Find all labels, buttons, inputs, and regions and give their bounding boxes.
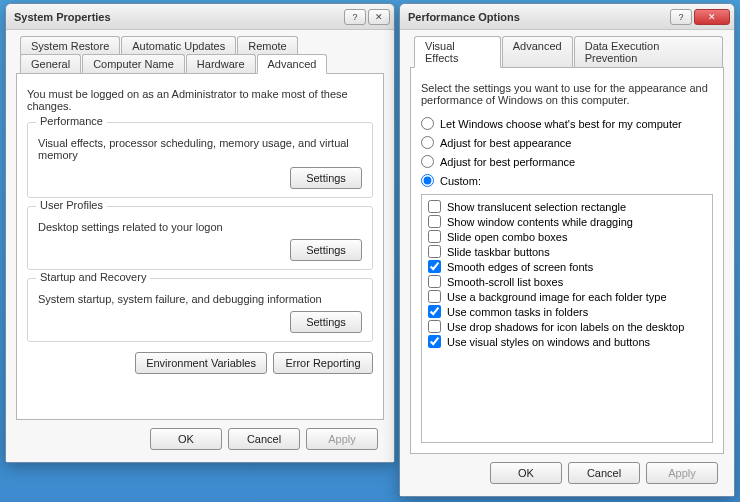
effect-checkbox[interactable] (428, 260, 441, 273)
ok-button[interactable]: OK (150, 428, 222, 450)
tab-system-restore[interactable]: System Restore (20, 36, 120, 55)
window-title: Performance Options (408, 11, 670, 23)
radio-input[interactable] (421, 117, 434, 130)
effect-check-row[interactable]: Show window contents while dragging (428, 214, 706, 229)
tab-computer-name[interactable]: Computer Name (82, 54, 185, 74)
startup-settings-button[interactable]: Settings (290, 311, 362, 333)
effect-check-row[interactable]: Slide taskbar buttons (428, 244, 706, 259)
effect-checkbox[interactable] (428, 245, 441, 258)
effect-checkbox[interactable] (428, 275, 441, 288)
effect-label: Show translucent selection rectangle (447, 201, 626, 213)
intro-text: Select the settings you want to use for … (421, 82, 713, 106)
window-body: Visual Effects Advanced Data Execution P… (400, 30, 734, 496)
effect-label: Show window contents while dragging (447, 216, 633, 228)
radio-label: Adjust for best appearance (440, 137, 571, 149)
tab-advanced[interactable]: Advanced (502, 36, 573, 68)
radio-let-windows-choose[interactable]: Let Windows choose what's best for my co… (421, 117, 713, 130)
tab-visual-effects[interactable]: Visual Effects (414, 36, 501, 68)
cancel-button[interactable]: Cancel (568, 462, 640, 484)
group-legend: Performance (36, 115, 107, 127)
titlebar[interactable]: System Properties ? ✕ (6, 4, 394, 30)
tab-advanced[interactable]: Advanced (257, 54, 328, 74)
group-desc: Desktop settings related to your logon (38, 221, 362, 233)
radio-label: Adjust for best performance (440, 156, 575, 168)
effect-label: Use drop shadows for icon labels on the … (447, 321, 684, 333)
effect-checkbox[interactable] (428, 320, 441, 333)
group-legend: Startup and Recovery (36, 271, 150, 283)
apply-button[interactable]: Apply (646, 462, 718, 484)
radio-input[interactable] (421, 136, 434, 149)
radio-label: Custom: (440, 175, 481, 187)
radio-best-performance[interactable]: Adjust for best performance (421, 155, 713, 168)
tab-row-1: System Restore Automatic Updates Remote (16, 36, 384, 55)
effect-label: Use a background image for each folder t… (447, 291, 667, 303)
effect-check-row[interactable]: Use a background image for each folder t… (428, 289, 706, 304)
performance-options-window: Performance Options ? ✕ Visual Effects A… (399, 3, 735, 497)
tab-hardware[interactable]: Hardware (186, 54, 256, 74)
effect-label: Slide taskbar buttons (447, 246, 550, 258)
tab-panel-advanced: You must be logged on as an Administrato… (16, 73, 384, 420)
radio-custom[interactable]: Custom: (421, 174, 713, 187)
effects-checklist[interactable]: Show translucent selection rectangleShow… (421, 194, 713, 443)
window-controls: ? ✕ (670, 9, 730, 25)
effect-label: Slide open combo boxes (447, 231, 567, 243)
window-body: System Restore Automatic Updates Remote … (6, 30, 394, 462)
tab-general[interactable]: General (20, 54, 81, 74)
tab-row: Visual Effects Advanced Data Execution P… (410, 36, 724, 68)
group-legend: User Profiles (36, 199, 107, 211)
tab-remote[interactable]: Remote (237, 36, 298, 55)
group-desc: System startup, system failure, and debu… (38, 293, 362, 305)
help-button[interactable]: ? (670, 9, 692, 25)
tab-row-2: General Computer Name Hardware Advanced (16, 54, 384, 74)
effect-check-row[interactable]: Show translucent selection rectangle (428, 199, 706, 214)
ok-button[interactable]: OK (490, 462, 562, 484)
effect-check-row[interactable]: Use drop shadows for icon labels on the … (428, 319, 706, 334)
effect-check-row[interactable]: Smooth-scroll list boxes (428, 274, 706, 289)
effect-label: Use visual styles on windows and buttons (447, 336, 650, 348)
effect-checkbox[interactable] (428, 305, 441, 318)
effect-check-row[interactable]: Smooth edges of screen fonts (428, 259, 706, 274)
group-performance: Performance Visual effects, processor sc… (27, 122, 373, 198)
tab-dep[interactable]: Data Execution Prevention (574, 36, 723, 68)
close-button[interactable]: ✕ (368, 9, 390, 25)
apply-button[interactable]: Apply (306, 428, 378, 450)
dialog-buttons: OK Cancel Apply (410, 454, 724, 488)
effect-checkbox[interactable] (428, 230, 441, 243)
titlebar[interactable]: Performance Options ? ✕ (400, 4, 734, 30)
radio-label: Let Windows choose what's best for my co… (440, 118, 682, 130)
effect-check-row[interactable]: Use common tasks in folders (428, 304, 706, 319)
group-user-profiles: User Profiles Desktop settings related t… (27, 206, 373, 270)
effect-checkbox[interactable] (428, 200, 441, 213)
close-button[interactable]: ✕ (694, 9, 730, 25)
effect-label: Smooth edges of screen fonts (447, 261, 593, 273)
radio-input[interactable] (421, 155, 434, 168)
effect-check-row[interactable]: Use visual styles on windows and buttons (428, 334, 706, 349)
effect-checkbox[interactable] (428, 335, 441, 348)
tab-panel-visual-effects: Select the settings you want to use for … (410, 67, 724, 454)
effect-checkbox[interactable] (428, 215, 441, 228)
effect-check-row[interactable]: Slide open combo boxes (428, 229, 706, 244)
radio-input[interactable] (421, 174, 434, 187)
help-button[interactable]: ? (344, 9, 366, 25)
environment-variables-button[interactable]: Environment Variables (135, 352, 267, 374)
performance-settings-button[interactable]: Settings (290, 167, 362, 189)
effect-label: Use common tasks in folders (447, 306, 588, 318)
effect-checkbox[interactable] (428, 290, 441, 303)
user-profiles-settings-button[interactable]: Settings (290, 239, 362, 261)
error-reporting-button[interactable]: Error Reporting (273, 352, 373, 374)
radio-best-appearance[interactable]: Adjust for best appearance (421, 136, 713, 149)
effect-label: Smooth-scroll list boxes (447, 276, 563, 288)
admin-note: You must be logged on as an Administrato… (27, 88, 373, 112)
group-startup-recovery: Startup and Recovery System startup, sys… (27, 278, 373, 342)
system-properties-window: System Properties ? ✕ System Restore Aut… (5, 3, 395, 463)
window-title: System Properties (14, 11, 344, 23)
window-controls: ? ✕ (344, 9, 390, 25)
group-desc: Visual effects, processor scheduling, me… (38, 137, 362, 161)
cancel-button[interactable]: Cancel (228, 428, 300, 450)
dialog-buttons: OK Cancel Apply (16, 420, 384, 454)
tab-automatic-updates[interactable]: Automatic Updates (121, 36, 236, 55)
